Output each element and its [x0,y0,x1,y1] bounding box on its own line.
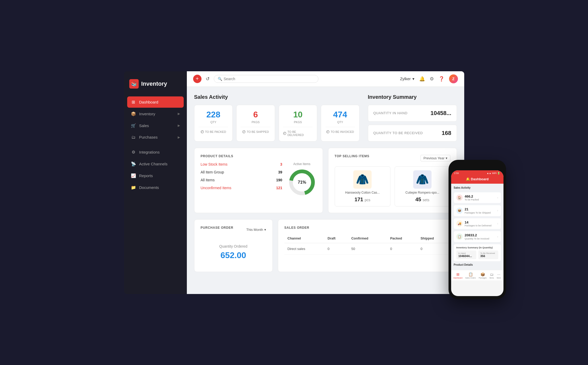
sidebar-item-documents[interactable]: 📁 Documents [127,182,184,193]
topbar: + ↺ 🔍 Zylker ▾ 🔔 ⚙ ❓ Z [187,71,464,87]
phone-ship-icon: 📦 [456,208,463,214]
chevron-right-icon: › [497,196,498,199]
chevron-down-icon: ▾ [446,156,447,160]
so-shipped: 0 [417,243,450,254]
phone-activity-deliver[interactable]: 🚚 14 Packages to be Delivered › [454,218,501,229]
phone-invoice-text: 20833.2 Quantity To be Invoiced [465,233,495,240]
sales-card-ship[interactable]: 6 Pkgs ✓ TO BE SHIPPED [236,105,275,141]
phone-deliver-label: Packages to be Delivered [465,224,495,227]
item-qty-2: 45 sets [415,197,429,203]
sales-cards: 228 Qty ✓ TO BE PACKED 6 Pkgs [194,105,360,141]
settings-icon[interactable]: ⚙ [430,76,434,82]
phone-nav-dashboard-icon: ⊞ [456,272,460,276]
search-bar[interactable]: 🔍 [214,75,318,83]
phone-nav-sales-orders-icon: 📋 [468,272,473,276]
phone-pack-icon: 🏠 [456,194,463,201]
top-item-2[interactable]: 🧥 Cutiepie Rompers-spo... 45 sets [395,166,450,206]
po-header: PURCHASE ORDER This Month ▾ [201,226,266,234]
phone-invoice-label: Quantity To be Invoiced [465,237,495,240]
product-row-all-items[interactable]: All Items 190 [201,178,282,182]
phone-inv-hand: In Hand 1046044... [456,250,476,259]
purchases-icon: 🗂 [131,135,136,140]
avatar[interactable]: Z [449,74,458,83]
phone-activity-pack[interactable]: 🏠 466.2 To be Packed › [454,192,501,203]
table-row[interactable]: Direct sales 0 50 0 0 [284,243,450,254]
phone-pack-text: 466.2 To be Packed [465,194,495,201]
phone-signal-icons: ▲▲ WiFi 🔋 [487,172,500,175]
help-icon[interactable]: ❓ [439,76,444,82]
phone-product-details-label: Product Details [454,263,501,266]
sidebar-item-integrations[interactable]: ⚙ Integrations [127,146,184,158]
sidebar-item-sales[interactable]: 🛒 Sales ▶ [127,120,184,131]
app-name: Inventory [141,80,167,87]
sidebar-item-dashboard[interactable]: ⊞ Dashboard [127,96,184,108]
sidebar-item-label: Sales [139,123,149,128]
chevron-down-icon: ▾ [412,77,415,81]
so-col-packed: Packed [387,234,417,243]
sidebar-item-active-channels[interactable]: 📡 Active Channels [127,158,184,170]
top-row: Sales Activity 228 Qty ✓ TO BE PACKED [194,94,457,141]
inventory-summary-section: Inventory Summary QUANTITY IN HAND 10458… [368,94,457,141]
top-item-1[interactable]: 🧥 Hanswooly Cotton Cas... 171 pcs [335,166,390,206]
product-details-inner: Low Stock Items 3 All Item Group 39 All … [201,162,316,197]
dashboard-icon: ⊞ [131,100,136,105]
phone-deliver-text: 14 Packages to be Delivered [465,220,495,227]
so-draft: 0 [324,243,348,254]
chevron-right-icon: ▶ [178,112,180,116]
invoice-number: 474 [333,110,347,119]
phone-nav-packages-icon: 📦 [480,272,485,276]
phone-nav-more[interactable]: ··· More [497,272,501,279]
sidebar-logo: 📚 Inventory [124,77,187,96]
sidebar-item-label: Reports [139,173,153,178]
top-selling-card: TOP SELLING ITEMS Previous Year ▾ 🧥 Hans… [328,148,457,213]
page-content: Sales Activity 228 Qty ✓ TO BE PACKED [187,87,464,294]
phone-nav-packages[interactable]: 📦 Packages [479,272,487,279]
invoice-sub: Qty [337,121,343,124]
phone-notch [467,163,488,169]
sales-card-invoice[interactable]: 474 Qty ✓ TO BE INVOICED [321,105,360,141]
po-filter[interactable]: This Month ▾ [246,228,266,232]
pack-sub: Qty [210,121,216,124]
product-details-title: PRODUCT DETAILS [201,154,316,158]
product-row-low-stock[interactable]: Low Stock Items 3 [201,162,282,166]
chevron-down-icon: ▾ [264,228,266,232]
so-table: Channel Draft Confirmed Packed Shipped D… [284,234,450,255]
ship-label: ✓ TO BE SHIPPED [242,130,269,133]
active-items-label: Active Items [293,162,310,166]
phone-bell-icon: 🔔 [466,177,471,181]
top-selling-items-grid: 🧥 Hanswooly Cotton Cas... 171 pcs 🧥 Cuti… [335,166,450,206]
search-input[interactable] [224,77,315,81]
notifications-icon[interactable]: 🔔 [419,76,425,82]
product-row-unconfirmed[interactable]: Unconfirmed Items 121 [201,186,282,190]
top-selling-filter[interactable]: Previous Year ▾ [421,155,450,161]
inventory-icon: 📦 [131,111,136,116]
mid-row: PRODUCT DETAILS Low Stock Items 3 All It… [194,148,457,213]
phone-to-receive-value: 356 [480,254,496,258]
phone-nav-sales-orders[interactable]: 📋 Sales Orders [465,272,476,279]
phone-activity-ship[interactable]: 📦 21 Packages To be Shipped › [454,205,501,216]
sidebar-item-reports[interactable]: 📈 Reports [127,170,184,181]
inventory-summary-title: Inventory Summary [368,94,457,100]
in-hand-label: QUANTITY IN HAND [373,111,408,115]
history-icon[interactable]: ↺ [206,76,210,82]
product-details-card: PRODUCT DETAILS Low Stock Items 3 All It… [194,148,323,213]
donut-wrapper: Active Items 71% [288,162,316,197]
product-row-item-group[interactable]: All Item Group 39 [201,170,282,174]
phone-nav-items[interactable]: 🗂 Items [489,272,494,279]
chevron-right-icon: ▶ [178,124,180,127]
svg-text:71%: 71% [298,180,306,184]
item-name-2: Cutiepie Rompers-spo... [405,191,439,194]
phone-activity-invoice[interactable]: 📋 20833.2 Quantity To be Invoiced › [454,231,501,242]
org-selector[interactable]: Zylker ▾ [400,77,415,81]
po-body: Quantity Ordered 652.00 [201,239,266,265]
sales-card-deliver[interactable]: 10 Pkgs ✓ TO BE DELIVERED [279,105,317,141]
sidebar-item-purchases[interactable]: 🗂 Purchases ▶ [127,132,184,143]
add-button[interactable]: + [193,75,201,83]
ship-number: 6 [253,110,258,119]
phone-in-hand-value: 1046044... [458,254,474,258]
sidebar-item-label: Dashboard [139,100,158,104]
sales-card-pack[interactable]: 228 Qty ✓ TO BE PACKED [194,105,233,141]
po-title: PURCHASE ORDER [201,226,233,230]
phone-nav-dashboard[interactable]: ⊞ Dashboard [453,272,462,279]
sidebar-item-inventory[interactable]: 📦 Inventory ▶ [127,108,184,119]
